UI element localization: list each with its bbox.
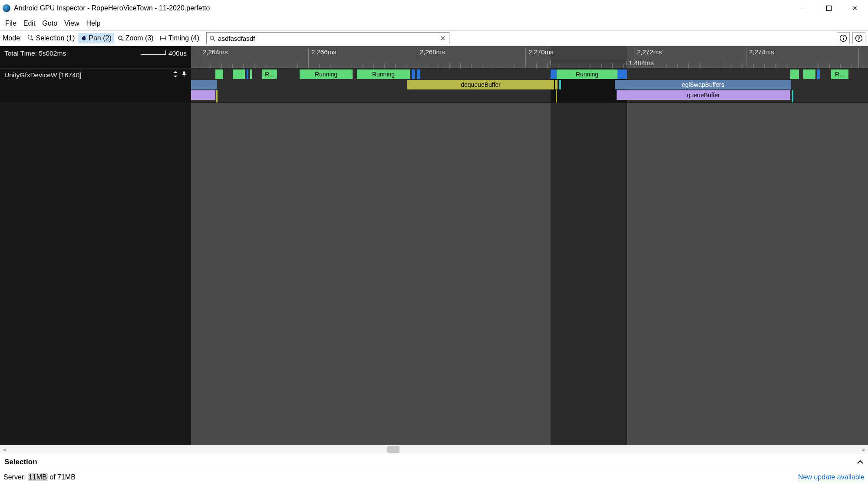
ruler-minor-tick — [330, 64, 330, 68]
maximize-button[interactable] — [816, 0, 842, 17]
slice[interactable] — [412, 69, 415, 79]
slice[interactable] — [559, 80, 561, 89]
ruler-minor-tick — [308, 64, 309, 68]
zoom-mode-button[interactable]: Zoom (3) — [115, 33, 156, 43]
slice[interactable] — [803, 69, 815, 79]
clear-search-button[interactable]: ✕ — [436, 34, 449, 43]
ruler-minor-tick — [373, 64, 374, 68]
menu-file[interactable]: File — [2, 18, 20, 29]
svg-rect-0 — [827, 6, 832, 10]
ruler-minor-tick — [580, 64, 580, 68]
timeline[interactable]: Total Time: 5s002ms 400us 2,264ms 2,266m… — [0, 46, 868, 445]
ruler-ticks[interactable]: 2,264ms 2,266ms 2,268ms 2,270ms 2,272ms … — [191, 46, 868, 68]
chevron-up-icon[interactable] — [857, 459, 864, 465]
ruler-minor-tick — [276, 64, 276, 68]
minimize-button[interactable]: — — [790, 0, 816, 17]
ruler-minor-tick — [536, 64, 537, 68]
close-button[interactable]: ✕ — [842, 0, 868, 17]
collapse-icon[interactable] — [173, 71, 178, 77]
svg-point-2 — [119, 36, 122, 40]
ruler-minor-tick — [775, 64, 776, 68]
ruler-minor-tick — [211, 64, 211, 68]
mode-label-text: Timing (4) — [168, 34, 199, 42]
slice[interactable] — [817, 69, 820, 79]
slice[interactable] — [790, 69, 799, 79]
slice[interactable] — [250, 69, 252, 79]
ruler-tick: 2,270ms — [525, 48, 554, 68]
ruler-minor-tick — [439, 64, 439, 68]
mode-label: Mode: — [3, 34, 22, 42]
slice[interactable]: dequeueBuffer — [407, 80, 554, 89]
scrollbar-track[interactable] — [10, 445, 858, 454]
slice[interactable]: Running — [357, 69, 410, 79]
ruler-minor-tick — [829, 64, 830, 68]
slice[interactable] — [247, 69, 248, 79]
slice[interactable] — [233, 69, 245, 79]
slice[interactable]: R... — [262, 69, 277, 79]
pin-icon[interactable] — [182, 71, 187, 77]
scroll-left-button[interactable]: < — [0, 446, 10, 453]
ruler-minor-tick — [200, 64, 200, 68]
measurement-marker: 1.404ms — [551, 59, 654, 66]
slice[interactable] — [617, 69, 627, 79]
window-title: Android GPU Inspector - RopeHeroViceTown… — [14, 4, 790, 12]
slice[interactable] — [191, 80, 217, 89]
ruler-minor-tick — [504, 64, 504, 68]
ruler-minor-tick — [449, 64, 450, 68]
track-lanes[interactable]: R... Running Running Running R... dequeu… — [191, 69, 868, 102]
search-input[interactable] — [218, 33, 436, 44]
scrollbar-thumb[interactable] — [387, 446, 399, 453]
update-available-link[interactable]: New update available — [798, 473, 865, 481]
ruler-tick: 2,268ms — [417, 48, 445, 68]
ruler-minor-tick — [558, 64, 558, 68]
ruler-minor-tick — [818, 64, 819, 68]
menu-help[interactable]: Help — [83, 18, 104, 29]
slice[interactable]: Running — [557, 69, 617, 79]
slice[interactable] — [792, 90, 793, 102]
help-button[interactable]: ? — [852, 32, 865, 44]
slice[interactable]: eglSwapBuffers — [615, 80, 791, 89]
slice[interactable]: Running — [300, 69, 353, 79]
scroll-right-button[interactable]: > — [858, 446, 868, 453]
ruler-minor-tick — [721, 64, 721, 68]
selection-icon — [28, 35, 34, 41]
ruler-minor-tick — [384, 64, 385, 68]
ruler-minor-tick — [623, 64, 624, 68]
ruler-minor-tick — [243, 64, 244, 68]
slice[interactable] — [417, 69, 420, 79]
ruler-minor-tick — [352, 64, 352, 68]
svg-text:?: ? — [858, 36, 861, 41]
ruler-minor-tick — [515, 64, 515, 68]
slice[interactable] — [556, 90, 557, 102]
slice[interactable] — [191, 90, 215, 100]
server-memory: Server: 11MB of 71MB — [3, 473, 76, 481]
slice[interactable]: queueBuffer — [617, 90, 790, 100]
ruler-minor-tick — [862, 64, 862, 68]
pan-mode-button[interactable]: Pan (2) — [78, 33, 114, 43]
ruler-minor-tick — [395, 64, 396, 68]
horizontal-scrollbar[interactable]: < > — [0, 445, 868, 454]
slice[interactable]: R... — [831, 69, 848, 79]
selection-panel-header[interactable]: Selection — [0, 454, 868, 470]
ruler-minor-tick — [525, 64, 526, 68]
slice[interactable] — [555, 80, 558, 89]
ruler-scale: 400us — [141, 50, 187, 57]
info-button[interactable] — [837, 32, 850, 44]
search-box[interactable]: ✕ — [206, 32, 449, 44]
slice[interactable] — [551, 69, 557, 79]
slice[interactable] — [215, 69, 223, 79]
ruler-minor-tick — [471, 64, 472, 68]
slice[interactable] — [216, 90, 218, 102]
menu-view[interactable]: View — [61, 18, 83, 29]
ruler-minor-tick — [287, 64, 287, 68]
selection-mode-button[interactable]: Selection (1) — [25, 33, 77, 43]
ruler-minor-tick — [297, 64, 298, 68]
menu-goto[interactable]: Goto — [39, 18, 61, 29]
ruler-minor-tick — [265, 64, 265, 68]
ruler-minor-tick — [851, 64, 851, 68]
timing-mode-button[interactable]: Timing (4) — [157, 33, 202, 43]
ruler-minor-tick — [254, 64, 254, 68]
menu-edit[interactable]: Edit — [20, 18, 39, 29]
mode-label-text: Pan (2) — [89, 34, 111, 42]
svg-line-8 — [213, 39, 215, 41]
